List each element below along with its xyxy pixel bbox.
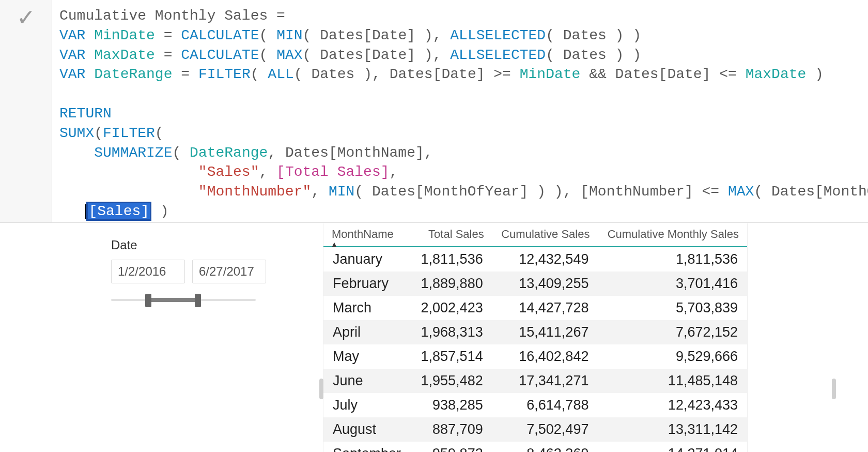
cell-month: August <box>323 417 411 442</box>
cell-cms: 5,703,839 <box>598 296 747 320</box>
cell-total: 959,872 <box>411 442 492 452</box>
cell-cum: 17,341,271 <box>492 369 598 393</box>
cell-cms: 12,423,433 <box>598 393 747 417</box>
cell-cms: 14,271,014 <box>598 442 747 452</box>
table-row[interactable]: February1,889,88013,409,2553,701,416 <box>323 272 747 296</box>
slider-range <box>147 298 199 302</box>
cell-month: February <box>323 272 411 296</box>
cell-total: 1,857,514 <box>411 344 492 369</box>
sales-table-visual[interactable]: MonthName▲ Total Sales Cumulative Sales … <box>323 223 748 452</box>
cell-cum: 16,402,842 <box>492 344 598 369</box>
cell-month: July <box>323 393 411 417</box>
cell-total: 938,285 <box>411 393 492 417</box>
table-row[interactable]: September959,8728,462,36914,271,014 <box>323 442 747 452</box>
slider-thumb-start[interactable] <box>145 294 151 307</box>
cell-cum: 15,411,267 <box>492 320 598 344</box>
table-row[interactable]: June1,955,48217,341,27111,485,148 <box>323 369 747 393</box>
formula-bar: ✓ Cumulative Monthly Sales = VAR MinDate… <box>0 0 868 223</box>
cell-cms: 3,701,416 <box>598 272 747 296</box>
cell-total: 1,811,536 <box>411 247 492 272</box>
cell-month: January <box>323 247 411 272</box>
cell-month: March <box>323 296 411 320</box>
table-row[interactable]: April1,968,31315,411,2677,672,152 <box>323 320 747 344</box>
date-end-input[interactable]: 6/27/2017 <box>192 260 266 283</box>
dax-editor[interactable]: Cumulative Monthly Sales = VAR MinDate =… <box>52 0 868 222</box>
cell-month: September <box>323 442 411 452</box>
table-row[interactable]: May1,857,51416,402,8429,529,666 <box>323 344 747 369</box>
col-totalsales[interactable]: Total Sales <box>411 223 492 247</box>
selected-text[interactable]: [Sales] <box>86 202 151 221</box>
cell-cum: 6,614,788 <box>492 393 598 417</box>
date-start-input[interactable]: 1/2/2016 <box>111 260 185 283</box>
date-range-slider[interactable] <box>111 295 256 305</box>
cell-month: April <box>323 320 411 344</box>
cell-total: 1,955,482 <box>411 369 492 393</box>
cell-total: 2,002,423 <box>411 296 492 320</box>
commit-check-icon[interactable]: ✓ <box>17 6 36 29</box>
cell-total: 1,968,313 <box>411 320 492 344</box>
commit-column: ✓ <box>0 0 52 222</box>
col-monthname[interactable]: MonthName▲ <box>323 223 411 247</box>
table-header-row: MonthName▲ Total Sales Cumulative Sales … <box>323 223 747 247</box>
table-row[interactable]: March2,002,42314,427,7285,703,839 <box>323 296 747 320</box>
cell-cms: 13,311,142 <box>598 417 747 442</box>
cell-cms: 1,811,536 <box>598 247 747 272</box>
cell-cms: 11,485,148 <box>598 369 747 393</box>
date-slicer[interactable]: Date 1/2/2016 6/27/2017 <box>111 238 266 305</box>
sales-table: MonthName▲ Total Sales Cumulative Sales … <box>323 223 747 452</box>
cell-total: 887,709 <box>411 417 492 442</box>
col-cms[interactable]: Cumulative Monthly Sales <box>598 223 747 247</box>
sort-asc-icon: ▲ <box>331 240 338 248</box>
cell-cms: 9,529,666 <box>598 344 747 369</box>
cell-cum: 12,432,549 <box>492 247 598 272</box>
scroll-indicator-right[interactable] <box>832 379 836 399</box>
table-row[interactable]: August887,7097,502,49713,311,142 <box>323 417 747 442</box>
cell-cum: 14,427,728 <box>492 296 598 320</box>
cell-cum: 8,462,369 <box>492 442 598 452</box>
cell-total: 1,889,880 <box>411 272 492 296</box>
cell-cum: 13,409,255 <box>492 272 598 296</box>
cell-month: June <box>323 369 411 393</box>
slicer-title: Date <box>111 238 266 252</box>
cell-cms: 7,672,152 <box>598 320 747 344</box>
slider-thumb-end[interactable] <box>195 294 201 307</box>
cell-month: May <box>323 344 411 369</box>
table-row[interactable]: July938,2856,614,78812,423,433 <box>323 393 747 417</box>
cell-cum: 7,502,497 <box>492 417 598 442</box>
col-cumsales[interactable]: Cumulative Sales <box>492 223 598 247</box>
scroll-indicator-left[interactable] <box>319 379 323 399</box>
table-row[interactable]: January1,811,53612,432,5491,811,536 <box>323 247 747 272</box>
